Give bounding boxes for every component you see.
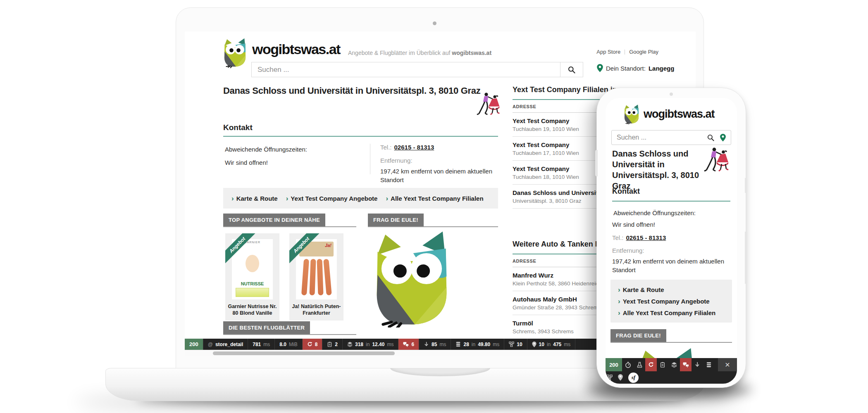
tel-label: Tel.: bbox=[612, 234, 624, 241]
profiler-time[interactable]: 781ms bbox=[248, 339, 275, 350]
tel-link[interactable]: 02615 - 81313 bbox=[394, 144, 434, 151]
google-play-link[interactable]: Google Play bbox=[629, 49, 658, 55]
brand-tagline: Angebote & Flugblätter im Überblick auf … bbox=[348, 50, 491, 56]
offer-card[interactable]: Angebot GARNIER NUTRISSE Garnier Nutriss… bbox=[225, 233, 279, 320]
profiler-ajax[interactable]: 85ms bbox=[419, 339, 451, 350]
app-store-link[interactable]: App Store bbox=[596, 49, 620, 55]
search-placeholder: Suchen ... bbox=[258, 66, 289, 74]
chat-bubbles-icon bbox=[683, 362, 689, 368]
profiler-forms[interactable] bbox=[657, 358, 668, 371]
profiler-forms[interactable]: 2 bbox=[322, 339, 343, 350]
profiler-time[interactable] bbox=[622, 358, 634, 371]
divider bbox=[625, 50, 625, 55]
profiler-route[interactable]: @store_detail bbox=[203, 339, 248, 350]
phone-row: Tel.:02615 - 81313 bbox=[380, 144, 434, 151]
search-button[interactable] bbox=[560, 62, 583, 77]
tagline-bold: wogibtswas.at bbox=[452, 50, 491, 56]
laptop-camera bbox=[433, 21, 436, 25]
symfony-logo[interactable]: sf bbox=[628, 373, 639, 383]
product-brand-text: Ja! bbox=[325, 243, 331, 248]
brand-title[interactable]: wogibtswas.at bbox=[644, 108, 715, 121]
chevron-icon: › bbox=[618, 298, 620, 305]
loop-icon bbox=[307, 342, 312, 347]
map-pin-icon[interactable] bbox=[720, 134, 726, 142]
phone-side-button bbox=[745, 178, 747, 193]
product-art bbox=[323, 259, 332, 296]
arrow-down-icon bbox=[424, 342, 429, 347]
page-title: Danas Schloss und Universität in Univers… bbox=[223, 85, 480, 96]
profiler-translation[interactable] bbox=[680, 358, 692, 371]
section-badge: DIE BESTEN FLUGBLÄTTER bbox=[223, 321, 310, 334]
section-best-flyers: DIE BESTEN FLUGBLÄTTER bbox=[223, 321, 356, 335]
distance-value: 197,42 km entfernt von deinem aktuellen … bbox=[612, 257, 727, 274]
section-badge: FRAG DIE EULE! bbox=[610, 329, 666, 342]
at-icon: @ bbox=[208, 342, 213, 347]
offer-card[interactable]: Angebot Ja! Ja! Natürlich Puten-Frankfur… bbox=[289, 233, 343, 320]
hours-label: Abweichende Öffnungszeiten: bbox=[225, 146, 307, 153]
profiler-ajax[interactable] bbox=[692, 358, 703, 371]
profiler-status[interactable]: 200 bbox=[606, 358, 622, 371]
distance-value: 197,42 km entfernt von deinem aktuellen … bbox=[380, 167, 494, 184]
link-all-branches[interactable]: ›Alle Yext Test Company Filialen bbox=[618, 309, 732, 316]
contact-heading: Kontakt bbox=[223, 123, 253, 132]
product-line-text: NUTRISSE bbox=[232, 281, 273, 286]
symfony-profiler-toolbar-mobile: 200 ✕ sf bbox=[606, 358, 737, 384]
phone-screen: wogibtswas.at Suchen ... Danas Schloss u… bbox=[606, 98, 737, 384]
workflow-icon bbox=[509, 342, 514, 347]
profiler-redirects[interactable]: 8 bbox=[303, 339, 323, 350]
brand-title[interactable]: wogibtswas.at bbox=[252, 41, 340, 57]
profiler-memory[interactable]: 8.0MiB bbox=[275, 339, 302, 350]
profiler-status[interactable]: 200 bbox=[185, 339, 203, 350]
profiler-translation[interactable]: 6 bbox=[398, 339, 419, 350]
heading-rule bbox=[612, 201, 730, 202]
section-ask-owl: FRAG DIE EULE! bbox=[368, 214, 498, 227]
search-icon[interactable] bbox=[707, 134, 714, 141]
search-input[interactable]: Suchen ... bbox=[611, 130, 731, 145]
link-all-branches[interactable]: ›Alle Yext Test Company Filialen bbox=[386, 195, 483, 202]
phone-side-button bbox=[745, 232, 747, 284]
arrow-down-icon bbox=[694, 362, 700, 368]
link-company-offers[interactable]: ›Yext Test Company Angebote bbox=[286, 195, 378, 202]
offer-name: Ja! Natürlich Puten-Frankfurter bbox=[291, 303, 341, 316]
map-pin-icon[interactable] bbox=[618, 374, 623, 381]
database-icon bbox=[706, 362, 712, 368]
section-top-offers: TOP ANGEBOTE IN DEINER NÄHE bbox=[223, 214, 356, 227]
clipboard-icon bbox=[660, 362, 665, 368]
link-map-route[interactable]: ›Karte & Route bbox=[618, 286, 732, 293]
owl-mascot bbox=[373, 228, 451, 328]
chevron-icon: › bbox=[386, 195, 388, 202]
hours-value: Wir sind offnen! bbox=[225, 159, 268, 166]
layers-icon bbox=[347, 342, 353, 347]
profiler-redirects[interactable] bbox=[645, 358, 657, 371]
product-art bbox=[246, 255, 259, 272]
memory-icon bbox=[637, 362, 643, 368]
chevron-icon: › bbox=[618, 309, 620, 316]
profiler-row-1: 200 ✕ bbox=[606, 358, 737, 371]
tel-label: Tel.: bbox=[380, 144, 392, 151]
profiler-close-button[interactable]: ✕ bbox=[718, 358, 737, 371]
heading-rule bbox=[223, 136, 498, 137]
owl-logo-icon[interactable] bbox=[223, 37, 247, 68]
owl-logo-icon[interactable] bbox=[624, 104, 639, 124]
phone-camera bbox=[670, 93, 673, 96]
map-pin-icon bbox=[597, 64, 603, 72]
chevron-icon: › bbox=[618, 286, 620, 293]
profiler-twig[interactable]: 318in12.40ms bbox=[343, 339, 398, 350]
location-value: Langegg bbox=[649, 65, 675, 72]
search-input[interactable]: Suchen ... bbox=[251, 62, 560, 77]
hours-value: Wir sind offnen! bbox=[612, 221, 655, 228]
location-indicator[interactable]: Dein Standort: Langegg bbox=[597, 64, 674, 72]
profiler-memory[interactable] bbox=[634, 358, 645, 371]
profiler-twig[interactable] bbox=[668, 358, 680, 371]
profiler-database[interactable] bbox=[703, 358, 715, 371]
profiler-workflow[interactable]: 10 bbox=[504, 339, 527, 350]
link-map-route[interactable]: ›Karte & Route bbox=[231, 195, 278, 202]
profiler-geo[interactable]: 10in475ms bbox=[527, 339, 576, 350]
scrollbar-thumb[interactable] bbox=[213, 351, 395, 355]
workflow-icon[interactable] bbox=[606, 375, 613, 381]
link-company-offers[interactable]: ›Yext Test Company Angebote bbox=[618, 298, 732, 305]
column-divider bbox=[370, 144, 370, 174]
profiler-row-2: sf bbox=[606, 371, 737, 384]
profiler-database[interactable]: 28in49.80ms bbox=[451, 339, 504, 350]
tel-link[interactable]: 02615 - 81313 bbox=[626, 234, 666, 241]
